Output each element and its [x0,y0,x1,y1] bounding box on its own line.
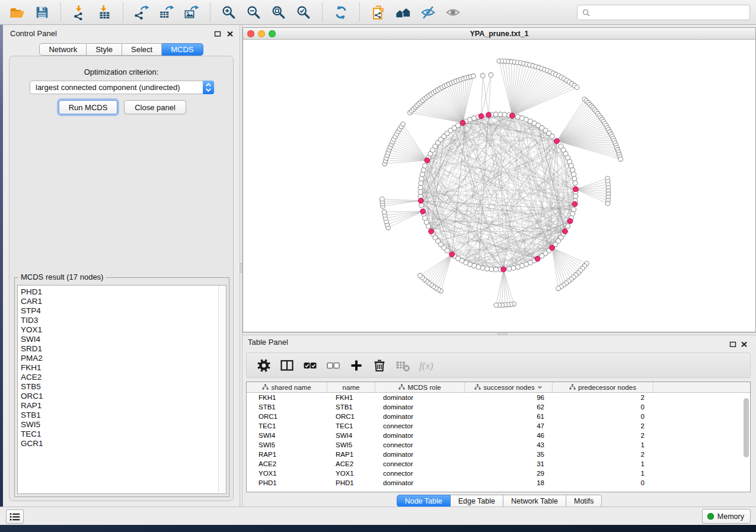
open-session-button[interactable] [8,3,26,22]
list-scrollbar[interactable] [218,286,226,493]
deselect-all-button[interactable] [323,355,344,376]
column-label: MCDS role [407,384,441,391]
search-input[interactable] [592,7,749,18]
optimization-criterion-select[interactable]: largest connected component (undirected) [30,81,214,94]
table-row[interactable]: RAP1RAP1dominator352 [247,450,750,459]
mcds-result-item[interactable]: TID3 [18,316,218,325]
table-row[interactable]: ACE2ACE2connector311 [247,459,750,469]
column-settings-button[interactable] [254,355,275,376]
tab-motifs[interactable]: Motifs [566,495,602,507]
network-canvas[interactable] [243,40,755,332]
mcds-result-item[interactable]: CAR1 [18,297,218,306]
mcds-result-item[interactable]: TEC1 [18,430,218,439]
import-table-file-button[interactable] [95,3,113,22]
cell-name: RAP1 [327,450,375,459]
mcds-result-item[interactable]: PHD1 [18,287,218,297]
save-session-button[interactable] [33,3,51,22]
table-row[interactable]: PHD1PHD1dominator180 [247,478,750,488]
table-row[interactable]: YOX1YOX1connector291 [247,469,750,478]
export-image-button[interactable] [183,3,200,22]
table-row[interactable]: STB1STB1dominator620 [247,402,750,412]
select-all-icon [302,358,318,373]
toolbar-icon-group [5,3,465,22]
close-panel-button[interactable]: Close panel [124,100,186,114]
tab-style[interactable]: Style [87,43,122,56]
import-network-file-button[interactable] [71,3,88,22]
refresh-view-button[interactable] [332,3,350,22]
column-header-predecessor-nodes[interactable]: predecessor nodes [553,382,653,392]
mcds-result-item[interactable]: YOX1 [18,325,218,335]
delete-icon [372,358,387,373]
zoom-out-icon [246,5,261,20]
float-panel-icon[interactable] [214,30,223,38]
mcds-result-item[interactable]: GCR1 [18,439,218,448]
column-header-name[interactable]: name [327,382,375,392]
show-all-button[interactable] [444,3,462,22]
cell-mcds-role: dominator [375,402,465,412]
tab-mcds[interactable]: MCDS [162,43,203,56]
zoom-out-button[interactable] [245,3,263,22]
mcds-result-item[interactable]: RAP1 [18,401,218,411]
network-graph[interactable] [243,40,755,332]
cell-mcds-role: dominator [375,450,465,459]
mcds-panel: Optimization criterion: largest connecte… [9,56,234,501]
hide-selected-button[interactable] [419,3,437,22]
run-mcds-button[interactable]: Run MCDS [59,100,117,114]
tab-network[interactable]: Network [39,43,87,56]
table-scrollbar-thumb[interactable] [744,398,749,457]
mcds-result-item[interactable]: STB5 [18,382,218,392]
mcds-result-item[interactable]: ACE2 [18,373,218,382]
tab-network-table[interactable]: Network Table [503,495,566,507]
mcds-result-item[interactable]: STP4 [18,306,218,316]
export-table-button[interactable] [158,3,176,22]
close-panel-icon[interactable] [741,340,749,348]
delete-table-button [393,355,414,376]
add-button[interactable] [346,355,368,376]
tab-edge-table[interactable]: Edge Table [451,495,503,507]
first-neighbors-button[interactable] [394,3,412,22]
cell-name: YOX1 [327,469,375,478]
zoom-fit-button[interactable] [270,3,288,22]
tab-node-table[interactable]: Node Table [397,495,451,507]
table-row[interactable]: TEC1TEC1connector472 [247,421,750,431]
save-session-icon [34,5,50,20]
float-panel-icon[interactable] [729,340,738,348]
mcds-result-item[interactable]: ORC1 [18,392,218,401]
chevron-up-down-icon [204,81,213,94]
mcds-result-item[interactable]: FKH1 [18,363,218,373]
export-network-button[interactable] [133,3,151,22]
table-row[interactable]: ORC1ORC1dominator610 [247,412,750,421]
toolbar-separator [210,3,210,22]
tab-select[interactable]: Select [122,43,162,56]
cell-mcds-role: connector [375,459,465,469]
column-header-shared-name[interactable]: shared name [247,382,327,392]
column-header-successor-nodes[interactable]: successor nodes [465,382,553,392]
duplicate-network-button[interactable] [369,3,387,22]
mcds-result-item[interactable]: STB1 [18,411,218,420]
close-panel-icon[interactable] [227,30,235,38]
mcds-result-item[interactable]: SWI4 [18,335,218,344]
column-label: successor nodes [483,384,534,391]
duplicate-network-icon [371,5,386,20]
zoom-selected-icon [296,5,311,20]
mcds-result-listbox: PHD1CAR1STP4TID3YOX1SWI4SRD1PMA2FKH1ACE2… [17,285,227,494]
memory-button[interactable]: Memory [702,509,751,524]
select-all-button[interactable] [300,355,321,376]
delete-button[interactable] [369,355,391,376]
task-history-icon[interactable] [6,509,24,524]
zoom-in-button[interactable] [220,3,238,22]
cell-mcds-role: dominator [375,412,465,421]
cell-predecessor-nodes: 1 [553,459,653,469]
show-columns-button[interactable] [277,355,298,376]
deselect-all-icon [326,358,341,373]
zoom-selected-button[interactable] [295,3,312,22]
table-row[interactable]: SWI4SWI4dominator462 [247,431,750,440]
table-row[interactable]: SWI5SWI5connector431 [247,440,750,450]
table-row[interactable]: FKH1FKH1dominator962 [247,393,750,402]
mcds-result-item[interactable]: PMA2 [18,354,218,363]
mcds-result-item[interactable]: SRD1 [18,344,218,354]
network-window-titlebar[interactable]: YPA_prune.txt_1 [243,28,755,40]
column-header-mcds-role[interactable]: MCDS role [375,382,465,392]
cell-name: ACE2 [327,459,375,469]
mcds-result-item[interactable]: SWI5 [18,420,218,430]
